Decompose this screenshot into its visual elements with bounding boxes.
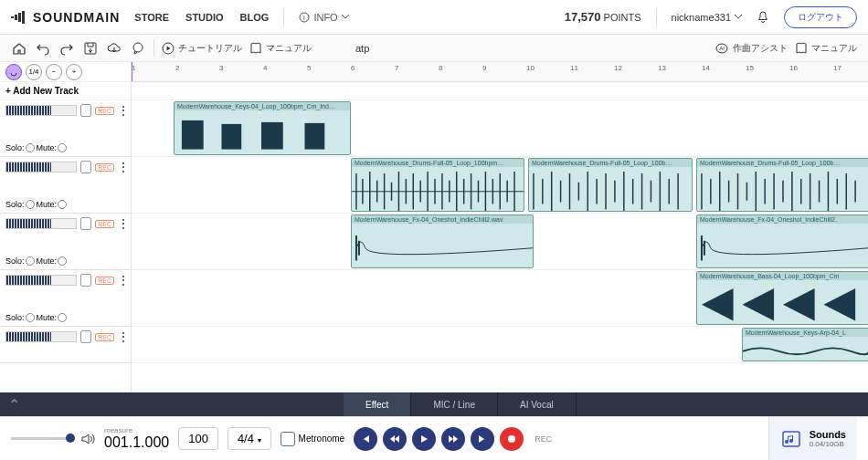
track-menu-icon[interactable]: ⋮ bbox=[118, 275, 129, 286]
pan-knob[interactable] bbox=[80, 274, 92, 287]
logout-button[interactable]: ログアウト bbox=[784, 6, 857, 28]
waveform bbox=[697, 226, 868, 268]
audio-clip[interactable]: ModernWarehouse_Drums-Full-05_Loop_100b… bbox=[528, 158, 693, 212]
timesig-select[interactable]: 4/4 ▾ bbox=[228, 427, 271, 450]
audio-clip[interactable]: ModernWarehouse_Bass-04_Loop_100bpm_Cm bbox=[696, 271, 868, 325]
solo-button[interactable]: Solo: bbox=[5, 200, 35, 209]
waveform bbox=[529, 170, 692, 212]
rewind-button[interactable] bbox=[383, 427, 407, 451]
logo[interactable]: SOUNDMAIN bbox=[11, 10, 120, 25]
audio-clip[interactable]: ModernWarehouse_Keys-Arp-04_L bbox=[742, 328, 868, 361]
rec-arm[interactable]: REC bbox=[95, 333, 114, 341]
track-menu-icon[interactable]: ⋮ bbox=[118, 218, 129, 229]
sounds-panel[interactable]: Sounds 0.04/10GB bbox=[768, 417, 857, 460]
mute-button[interactable]: Mute: bbox=[37, 200, 68, 209]
tab-effect[interactable]: Effect bbox=[344, 392, 411, 416]
tutorial-button[interactable]: チュートリアル bbox=[162, 42, 242, 55]
zoom-in-button[interactable]: + bbox=[66, 64, 82, 80]
track-header[interactable]: REC⋮ Solo: Mute: bbox=[0, 100, 131, 157]
manual2-button[interactable]: マニュアル bbox=[795, 42, 857, 55]
nav-store[interactable]: STORE bbox=[134, 12, 169, 23]
metronome-icon bbox=[281, 432, 295, 446]
skip-start-button[interactable] bbox=[354, 427, 377, 451]
audio-clip[interactable]: ModernWarehouse_Keys-04_Loop_100bpm_Cm_I… bbox=[174, 101, 351, 155]
record-button[interactable] bbox=[500, 427, 524, 451]
logo-icon bbox=[11, 11, 27, 24]
mute-button[interactable]: Mute: bbox=[37, 256, 68, 266]
ruler-mark: 3 bbox=[219, 64, 223, 72]
user-menu[interactable]: nickname331 bbox=[672, 12, 742, 23]
ruler-mark: 2 bbox=[175, 64, 179, 72]
add-track-button[interactable]: + Add New Track bbox=[0, 82, 131, 100]
play-button[interactable] bbox=[412, 427, 436, 451]
zoom-out-button[interactable]: − bbox=[46, 64, 62, 80]
clip-label: ModernWarehouse_Drums-Full-05_Loop_100bp… bbox=[352, 159, 524, 167]
ai-assist-button[interactable]: AI 作曲アシスト bbox=[715, 42, 788, 55]
mute-button[interactable]: Mute: bbox=[37, 313, 68, 322]
pan-knob[interactable] bbox=[80, 330, 92, 343]
snap-toggle[interactable] bbox=[5, 64, 22, 80]
bell-icon[interactable] bbox=[757, 11, 769, 24]
rec-arm[interactable]: REC bbox=[95, 163, 114, 172]
track-header[interactable]: REC⋮ bbox=[0, 327, 131, 363]
solo-button[interactable]: Solo: bbox=[5, 256, 35, 266]
forward-button[interactable] bbox=[441, 427, 465, 451]
nav-blog[interactable]: BLOG bbox=[240, 12, 270, 23]
cloud-icon[interactable] bbox=[106, 40, 122, 57]
rec-arm[interactable]: REC bbox=[95, 220, 114, 228]
clip-label: ModernWarehouse_Keys-04_Loop_100bpm_Cm_I… bbox=[175, 102, 350, 110]
separator bbox=[153, 39, 154, 58]
points-display: 17,570 POINTS bbox=[565, 10, 641, 24]
save-icon[interactable] bbox=[82, 40, 99, 57]
clip-label: ModernWarehouse_Bass-04_Loop_100bpm_Cm bbox=[697, 272, 868, 280]
master-volume[interactable] bbox=[11, 432, 95, 446]
home-icon[interactable] bbox=[11, 40, 27, 57]
chat-icon[interactable] bbox=[130, 40, 146, 57]
track-header[interactable]: REC⋮ Solo: Mute: bbox=[0, 214, 131, 270]
rec-arm[interactable]: REC bbox=[95, 107, 114, 115]
volume-meter[interactable] bbox=[5, 275, 77, 286]
volume-meter[interactable] bbox=[5, 105, 77, 116]
audio-clip[interactable]: ModernWarehouse_Fx-04_Oneshot_IndieChill… bbox=[351, 214, 534, 268]
audio-clip[interactable]: ModernWarehouse_Drums-Full-05_Loop_100b… bbox=[696, 158, 868, 212]
pan-knob[interactable] bbox=[80, 161, 92, 173]
main-area: 1/4 − + + Add New Track REC⋮ Solo: Mute:… bbox=[0, 62, 868, 392]
quantize-select[interactable]: 1/4 bbox=[26, 64, 42, 80]
waveform bbox=[697, 283, 868, 325]
volume-meter[interactable] bbox=[5, 331, 77, 342]
tab-mic[interactable]: MIC / Line bbox=[411, 392, 498, 416]
tracks-canvas[interactable]: ModernWarehouse_Keys-04_Loop_100bpm_Cm_I… bbox=[132, 82, 868, 392]
volume-meter[interactable] bbox=[5, 162, 77, 172]
waveform bbox=[352, 170, 524, 212]
solo-button[interactable]: Solo: bbox=[5, 313, 35, 322]
volume-meter[interactable] bbox=[5, 218, 77, 229]
song-name[interactable]: atp bbox=[355, 43, 369, 54]
solo-button[interactable]: Solo: bbox=[5, 143, 35, 152]
bpm-input[interactable]: 100 bbox=[178, 427, 218, 450]
ruler-mark: 7 bbox=[395, 64, 398, 72]
track-menu-icon[interactable]: ⋮ bbox=[118, 331, 129, 342]
pan-knob[interactable] bbox=[80, 217, 92, 230]
skip-end-button[interactable] bbox=[471, 427, 494, 451]
rec-arm[interactable]: REC bbox=[95, 277, 114, 285]
speaker-icon bbox=[80, 432, 95, 446]
mute-button[interactable]: Mute: bbox=[37, 143, 68, 152]
audio-clip[interactable]: ModernWarehouse_Drums-Full-05_Loop_100bp… bbox=[351, 158, 524, 212]
track-menu-icon[interactable]: ⋮ bbox=[118, 105, 129, 116]
ruler[interactable]: 1234567891011121314151617 bbox=[132, 62, 868, 82]
nickname-text: nickname331 bbox=[672, 12, 731, 23]
track-menu-icon[interactable]: ⋮ bbox=[118, 162, 129, 172]
track-header[interactable]: REC⋮ Solo: Mute: bbox=[0, 270, 131, 327]
audio-clip[interactable]: ModernWarehouse_Fx-04_Oneshot_IndieChill… bbox=[696, 214, 868, 268]
expand-panel-icon[interactable]: ⌃ bbox=[0, 396, 27, 413]
redo-icon[interactable] bbox=[58, 40, 75, 57]
bottom-panel-tabs: ⌃ Effect MIC / Line AI Vocal bbox=[0, 392, 868, 416]
manual-button[interactable]: マニュアル bbox=[249, 42, 312, 55]
pan-knob[interactable] bbox=[80, 104, 92, 117]
undo-icon[interactable] bbox=[35, 40, 51, 57]
nav-studio[interactable]: STUDIO bbox=[185, 12, 224, 23]
metronome-toggle[interactable]: Metronome bbox=[281, 432, 345, 446]
info-dropdown[interactable]: i INFO bbox=[299, 12, 348, 23]
track-header[interactable]: REC⋮ Solo: Mute: bbox=[0, 157, 131, 214]
tab-ai-vocal[interactable]: AI Vocal bbox=[498, 392, 577, 416]
